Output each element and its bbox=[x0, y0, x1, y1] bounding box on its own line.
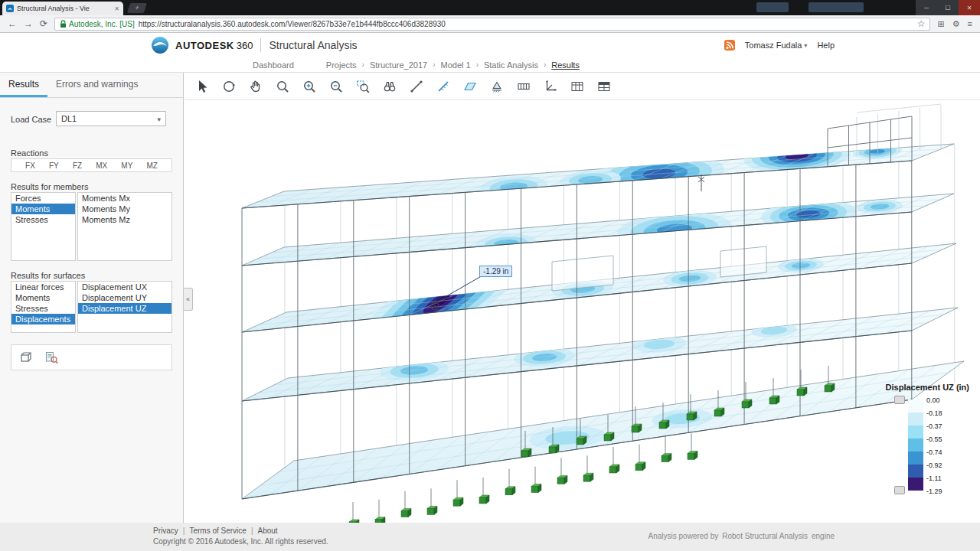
reaction-toggle-mz[interactable]: MZ bbox=[146, 161, 157, 170]
reaction-toggle-mx[interactable]: MX bbox=[96, 161, 107, 170]
breadcrumb-item[interactable]: Static Analysis bbox=[484, 60, 538, 70]
refresh-icon[interactable]: ⟳ bbox=[40, 19, 47, 28]
bookmark-star-icon[interactable]: ☆ bbox=[917, 19, 926, 28]
tab-favicon bbox=[6, 5, 14, 12]
result-legend: Displacement UZ (in) 0.00-0.18-0.37-0.55… bbox=[876, 383, 969, 509]
chevron-down-icon: ▾ bbox=[157, 112, 161, 126]
tab-errors-warnings[interactable]: Errors and warnings bbox=[47, 73, 146, 97]
secure-site-chip[interactable]: Autodesk, Inc. [US] bbox=[60, 20, 135, 28]
legend-title: Displacement UZ (in) bbox=[886, 383, 969, 392]
reaction-toggle-fx[interactable]: FX bbox=[25, 161, 35, 170]
user-name: Tomasz Fudala bbox=[745, 41, 802, 50]
zoom-window-tool-button[interactable] bbox=[352, 76, 373, 96]
bar-icon bbox=[409, 79, 424, 94]
load-case-select[interactable]: DL1 ▾ bbox=[56, 111, 166, 126]
list-item[interactable]: Stresses bbox=[11, 303, 75, 314]
pan-tool-button[interactable] bbox=[245, 76, 266, 96]
model-viewport[interactable]: -1.29 in Displacement UZ (in) 0.00-0.18-… bbox=[185, 101, 980, 523]
surfaces-section-label: Results for surfaces bbox=[11, 271, 85, 280]
legend-color-band bbox=[908, 412, 923, 425]
list-item[interactable]: Moments Mz bbox=[78, 214, 172, 225]
list-item[interactable]: Moments Mx bbox=[78, 193, 172, 204]
select-tool-button[interactable] bbox=[191, 76, 212, 96]
legend-label: -0.18 bbox=[926, 409, 942, 417]
axes-icon bbox=[543, 79, 558, 94]
list-item[interactable]: Moments bbox=[11, 292, 75, 303]
legend-handle-top[interactable] bbox=[894, 396, 905, 404]
orbit-tool-button[interactable] bbox=[218, 76, 239, 96]
zoom-out-tool-button[interactable] bbox=[325, 76, 346, 96]
legend-handle-bottom[interactable] bbox=[894, 486, 905, 494]
secure-site-label: Autodesk, Inc. [US] bbox=[69, 20, 135, 28]
list-item[interactable]: Stresses bbox=[11, 214, 75, 225]
legend-color-bar bbox=[908, 399, 923, 491]
list-item[interactable]: Displacement UX bbox=[78, 282, 172, 292]
results-panel: Results Errors and warnings Load Case DL… bbox=[0, 73, 184, 523]
list-item[interactable]: Moments bbox=[11, 204, 75, 214]
breadcrumb-item[interactable]: Model 1 bbox=[440, 60, 470, 70]
zoom-in-tool-button[interactable] bbox=[299, 76, 319, 96]
zoom-tool-button[interactable] bbox=[272, 76, 292, 96]
list-item[interactable]: Moments My bbox=[78, 204, 172, 214]
window-maximize-button[interactable]: ☐ bbox=[937, 0, 959, 15]
back-icon[interactable]: ← bbox=[8, 19, 17, 28]
load-case-label: Load Case bbox=[11, 115, 51, 124]
new-tab-button[interactable]: + bbox=[127, 3, 147, 13]
gear-icon[interactable]: ⚙ bbox=[952, 20, 960, 28]
zoom-in-icon bbox=[302, 79, 317, 94]
menu-icon[interactable]: ≡ bbox=[968, 20, 972, 28]
value-tooltip: -1.29 in bbox=[479, 266, 512, 277]
breadcrumb-item[interactable]: Projects bbox=[326, 60, 357, 70]
panel-collapse-handle[interactable]: « bbox=[184, 288, 193, 311]
breadcrumb-item[interactable]: Structure_2017 bbox=[370, 60, 427, 70]
reaction-toggle-fy[interactable]: FY bbox=[49, 161, 59, 170]
window-minimize-button[interactable]: ─ bbox=[916, 0, 937, 15]
footer-link[interactable]: Privacy bbox=[153, 527, 178, 535]
section-tool-button[interactable] bbox=[593, 76, 614, 96]
footer-link[interactable]: About bbox=[257, 527, 277, 535]
legend-color-band bbox=[908, 425, 923, 439]
legend-label: -1.11 bbox=[926, 474, 942, 482]
footer-link[interactable]: Terms of Service bbox=[189, 527, 246, 535]
breadcrumb-dashboard[interactable]: Dashboard bbox=[253, 60, 294, 70]
user-menu[interactable]: Tomasz Fudala ▾ bbox=[745, 41, 808, 50]
result-explorer-button[interactable] bbox=[42, 348, 60, 367]
table-tool-button[interactable] bbox=[567, 76, 587, 96]
slab-icon bbox=[516, 79, 531, 94]
list-item[interactable]: Displacement UY bbox=[78, 292, 172, 303]
rss-feed-icon[interactable] bbox=[724, 40, 735, 51]
find-tool-button[interactable] bbox=[379, 76, 400, 96]
reaction-toggle-my[interactable]: MY bbox=[121, 161, 132, 170]
window-close-button[interactable]: ✕ bbox=[959, 0, 980, 15]
app-title: Structural Analysis bbox=[269, 39, 357, 51]
binoculars-icon bbox=[382, 79, 397, 94]
browser-tab[interactable]: Structural Analysis - Vie ✕ bbox=[2, 2, 123, 15]
reaction-toggle-fz[interactable]: FZ bbox=[73, 161, 82, 170]
breadcrumb-item[interactable]: Results bbox=[551, 60, 580, 70]
axes-tool-button[interactable] bbox=[540, 76, 560, 96]
list-item[interactable]: Linear forces bbox=[11, 282, 75, 292]
legend-color-band bbox=[908, 478, 923, 491]
padlock-icon bbox=[60, 20, 67, 28]
list-item[interactable]: Displacements bbox=[11, 314, 75, 324]
model-canvas[interactable] bbox=[185, 101, 980, 523]
help-link[interactable]: Help bbox=[817, 41, 835, 50]
breadcrumb: Dashboard Projects›Structure_2017›Model … bbox=[0, 57, 980, 73]
support-tool-button[interactable] bbox=[486, 76, 507, 96]
bar-results-tool-button[interactable] bbox=[433, 76, 453, 96]
tab-close-icon[interactable]: ✕ bbox=[114, 5, 119, 12]
slab-tool-button[interactable] bbox=[513, 76, 534, 96]
forward-icon[interactable]: → bbox=[24, 19, 33, 28]
section-box-button[interactable] bbox=[17, 348, 35, 367]
tab-results[interactable]: Results bbox=[0, 73, 47, 97]
app-header: AUTODESK 360 Structural Analysis Tomasz … bbox=[0, 33, 980, 57]
url-input[interactable]: Autodesk, Inc. [US] https://structuralan… bbox=[54, 18, 930, 31]
list-item[interactable]: Displacement UZ bbox=[78, 303, 172, 314]
url-text: https://structuralanalysis.360.autodesk.… bbox=[139, 20, 913, 28]
background-window-artifact bbox=[808, 2, 864, 12]
list-item[interactable]: Forces bbox=[11, 193, 75, 204]
apps-icon[interactable]: ⊞ bbox=[937, 20, 944, 28]
panel-tool-button[interactable] bbox=[459, 76, 480, 96]
footer-separator: | bbox=[251, 527, 253, 535]
bar-tool-button[interactable] bbox=[406, 76, 426, 96]
